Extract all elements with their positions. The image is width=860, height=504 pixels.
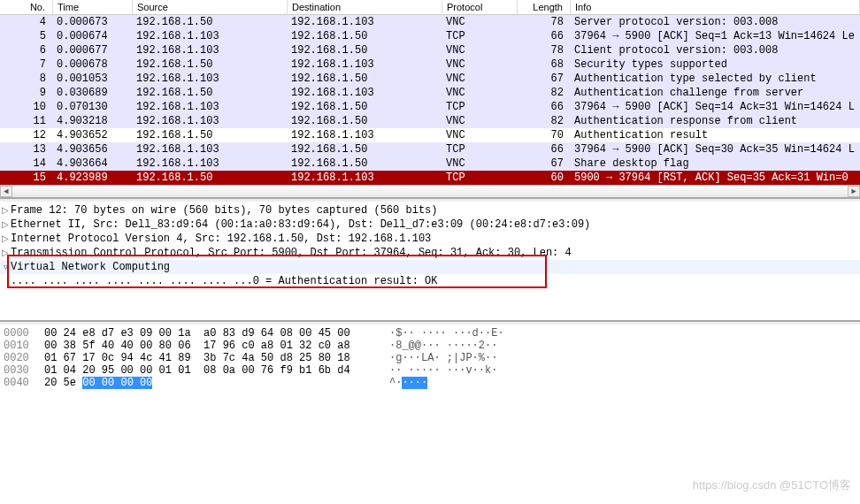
- hex-bytes: 00 38 5f 40 40 00 80 06 17 96 c0 a8 01 3…: [44, 340, 380, 352]
- packet-row[interactable]: 100.070130192.168.1.103192.168.1.50TCP66…: [0, 100, 860, 114]
- expand-icon[interactable]: [0, 275, 11, 287]
- col-header-info[interactable]: Info: [571, 0, 860, 14]
- hex-row[interactable]: 002001 67 17 0c 94 4c 41 89 3b 7c 4a 50 …: [0, 352, 860, 364]
- cell-time: 4.903656: [53, 142, 133, 157]
- horizontal-scrollbar[interactable]: ◄ ►: [0, 185, 860, 197]
- scroll-left-icon[interactable]: ◄: [0, 186, 12, 197]
- detail-text: Virtual Network Computing: [11, 261, 170, 273]
- hex-offset: 0020: [0, 352, 44, 364]
- hex-offset: 0030: [0, 364, 44, 377]
- cell-source: 192.168.1.50: [133, 128, 288, 142]
- col-header-source[interactable]: Source: [133, 0, 288, 14]
- expand-icon[interactable]: ▷: [0, 247, 11, 259]
- packet-row[interactable]: 134.903656192.168.1.103192.168.1.50TCP66…: [0, 142, 860, 157]
- cell-destination: 192.168.1.50: [288, 43, 442, 57]
- hex-bytes: 01 04 20 95 00 00 01 01 08 0a 00 76 f9 b…: [44, 364, 380, 377]
- hex-offset: 0010: [0, 340, 44, 352]
- hex-row[interactable]: 003001 04 20 95 00 00 01 01 08 0a 00 76 …: [0, 364, 860, 377]
- packet-row[interactable]: 70.000678192.168.1.50192.168.1.103VNC68S…: [0, 57, 860, 72]
- cell-source: 192.168.1.103: [133, 29, 288, 43]
- col-header-protocol[interactable]: Protocol: [442, 0, 518, 14]
- cell-time: 0.000677: [53, 43, 133, 57]
- hex-row[interactable]: 004020 5e 00 00 00 00^·····: [0, 377, 860, 389]
- cell-protocol: VNC: [442, 114, 518, 128]
- packet-row[interactable]: 90.030689192.168.1.50192.168.1.103VNC82A…: [0, 86, 860, 100]
- packet-row[interactable]: 114.903218192.168.1.103192.168.1.50VNC82…: [0, 114, 860, 128]
- detail-row[interactable]: ▷Frame 12: 70 bytes on wire (560 bits), …: [0, 203, 860, 218]
- packet-row[interactable]: 124.903652192.168.1.50192.168.1.103VNC70…: [0, 128, 860, 142]
- cell-protocol: TCP: [442, 171, 518, 185]
- hex-ascii: ·g···LA· ;|JP·%··: [380, 352, 497, 364]
- hex-row[interactable]: 001000 38 5f 40 40 00 80 06 17 96 c0 a8 …: [0, 340, 860, 352]
- detail-row[interactable]: .... .... .... .... .... .... .... ...0 …: [0, 274, 860, 288]
- cell-no: 12: [7, 128, 53, 142]
- hex-row[interactable]: 000000 24 e8 d7 e3 09 00 1a a0 83 d9 64 …: [0, 327, 860, 340]
- packet-list-header[interactable]: No. Time Source Destination Protocol Len…: [0, 0, 860, 15]
- cell-source: 192.168.1.50: [133, 57, 288, 72]
- cell-destination: 192.168.1.103: [288, 57, 442, 72]
- expand-icon[interactable]: ▷: [0, 204, 11, 217]
- hex-ascii: ·$·· ···· ···d··E·: [380, 327, 504, 340]
- expand-icon[interactable]: ▿: [0, 261, 11, 273]
- cell-info: Authentication challenge from server: [571, 86, 860, 100]
- cell-source: 192.168.1.103: [133, 72, 288, 86]
- col-header-time[interactable]: Time: [53, 0, 133, 14]
- cell-destination: 192.168.1.50: [288, 29, 442, 43]
- col-header-destination[interactable]: Destination: [288, 0, 442, 14]
- packet-bytes-pane[interactable]: 000000 24 e8 d7 e3 09 00 1a a0 83 d9 64 …: [0, 325, 860, 392]
- cell-info: 37964 → 5900 [ACK] Seq=30 Ack=35 Win=146…: [571, 142, 860, 157]
- detail-row[interactable]: ▷Transmission Control Protocol, Src Port…: [0, 246, 860, 260]
- packet-details-pane[interactable]: ▷Frame 12: 70 bytes on wire (560 bits), …: [0, 202, 860, 322]
- cell-length: 66: [518, 100, 571, 114]
- cell-destination: 192.168.1.103: [288, 128, 442, 142]
- detail-row[interactable]: ▷Internet Protocol Version 4, Src: 192.1…: [0, 232, 860, 246]
- expand-icon[interactable]: ▷: [0, 233, 11, 245]
- cell-protocol: VNC: [442, 43, 518, 57]
- packet-row[interactable]: 50.000674192.168.1.103192.168.1.50TCP663…: [0, 29, 860, 43]
- packet-row[interactable]: 154.923989192.168.1.50192.168.1.103TCP60…: [0, 171, 860, 185]
- hex-ascii: ·· ····· ···v··k·: [380, 364, 497, 377]
- cell-protocol: VNC: [442, 128, 518, 142]
- cell-destination: 192.168.1.103: [288, 171, 442, 185]
- cell-length: 67: [518, 157, 571, 171]
- packet-row[interactable]: 40.000673192.168.1.50192.168.1.103VNC78S…: [0, 15, 860, 29]
- hex-bytes: 20 5e 00 00 00 00: [44, 377, 380, 389]
- scroll-right-icon[interactable]: ►: [848, 186, 860, 197]
- col-header-length[interactable]: Length: [518, 0, 571, 14]
- cell-source: 192.168.1.103: [133, 100, 288, 114]
- cell-no: 10: [7, 100, 53, 114]
- hex-bytes: 00 24 e8 d7 e3 09 00 1a a0 83 d9 64 08 0…: [44, 327, 380, 340]
- cell-protocol: TCP: [442, 100, 518, 114]
- cell-time: 0.070130: [53, 100, 133, 114]
- cell-destination: 192.168.1.103: [288, 86, 442, 100]
- cell-destination: 192.168.1.50: [288, 157, 442, 171]
- cell-length: 82: [518, 86, 571, 100]
- packet-row[interactable]: 60.000677192.168.1.103192.168.1.50VNC78C…: [0, 43, 860, 57]
- detail-row[interactable]: ▷Ethernet II, Src: Dell_83:d9:64 (00:1a:…: [0, 218, 860, 232]
- packet-row[interactable]: 80.001053192.168.1.103192.168.1.50VNC67A…: [0, 72, 860, 86]
- cell-no: 11: [7, 114, 53, 128]
- hex-ascii: ·8_@@··· ·····2··: [380, 340, 497, 352]
- cell-length: 82: [518, 114, 571, 128]
- detail-row[interactable]: ▿Virtual Network Computing: [0, 260, 860, 274]
- cell-protocol: VNC: [442, 86, 518, 100]
- cell-length: 66: [518, 29, 571, 43]
- col-header-no[interactable]: No.: [0, 0, 53, 14]
- cell-no: 5: [7, 29, 53, 43]
- cell-destination: 192.168.1.50: [288, 72, 442, 86]
- cell-time: 4.903218: [53, 114, 133, 128]
- cell-source: 192.168.1.103: [133, 142, 288, 157]
- cell-time: 0.030689: [53, 86, 133, 100]
- cell-info: Authentication type selected by client: [571, 72, 860, 86]
- cell-info: Security types supported: [571, 57, 860, 72]
- cell-destination: 192.168.1.50: [288, 142, 442, 157]
- cell-source: 192.168.1.103: [133, 43, 288, 57]
- cell-info: Share desktop flag: [571, 157, 860, 171]
- cell-info: Server protocol version: 003.008: [571, 15, 860, 29]
- packet-row[interactable]: 144.903664192.168.1.103192.168.1.50VNC67…: [0, 157, 860, 171]
- expand-icon[interactable]: ▷: [0, 218, 11, 231]
- cell-info: Client protocol version: 003.008: [571, 43, 860, 57]
- cell-time: 4.923989: [53, 171, 133, 185]
- cell-source: 192.168.1.103: [133, 157, 288, 171]
- hex-ascii: ^·····: [380, 377, 427, 389]
